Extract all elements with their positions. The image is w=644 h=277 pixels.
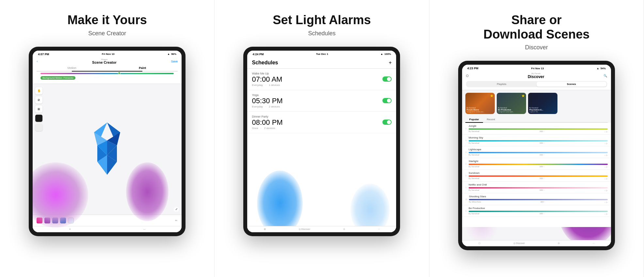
schedule-devices-1: 1 devices — [269, 84, 280, 87]
scene-row-shooting-stars: ♫ Shooting Stars By MilionNote 306 ↑ ↓ ▷ — [465, 195, 608, 203]
save-button[interactable]: Save — [171, 60, 178, 63]
scene-bar-shooting-stars — [469, 199, 608, 200]
schedule-repeat-3: Once — [252, 127, 258, 130]
expand-icon[interactable]: ⤢ — [174, 207, 179, 212]
scene-meta-starlight: By Nanoleaf 306 ↑ ↓ ▷ — [469, 166, 608, 168]
nav-settings-2[interactable]: ⊙ — [343, 228, 345, 231]
scene-data-netflix: Netflix and Chill By Nanoleaf 306 ↑ ↓ ▷ — [469, 183, 608, 191]
nav-grid-3[interactable]: ⬡ — [478, 242, 480, 245]
scale-tool[interactable]: ⊞ — [35, 106, 42, 113]
schedule-canvas — [247, 133, 396, 226]
toggle-3[interactable] — [382, 120, 392, 125]
battery-icon: 96% — [171, 53, 176, 56]
discover-screen: 4:23 PM Fri Nov 13 ▲ 54% ⬡ My Panels Dis… — [462, 65, 611, 246]
scene-list-item-sundown[interactable]: ○ Sundown By Nanoleaf 306 ↑ ↓ ▷ — [462, 170, 611, 182]
scene-actions-shooting-stars[interactable]: ↓ ▷ — [604, 201, 608, 203]
bookmark-badge-1 — [490, 94, 493, 97]
toggle-1[interactable] — [382, 76, 392, 82]
schedule-devices-2: 2 devices — [269, 105, 280, 108]
tab-popular[interactable]: Popular — [465, 117, 483, 123]
nav-grid-2[interactable]: ⊞ — [264, 228, 266, 231]
nav-sun[interactable]: ☀ — [69, 228, 71, 231]
edit-icon[interactable]: ✏ — [175, 219, 178, 222]
scene-row-starlight: ○ Starlight By Nanoleaf 306 ↑ ↓ ▷ — [465, 160, 608, 168]
scene-list-item-morning-sky[interactable]: ○ Morning Sky By Nanoleaf 306 ↑ ↓ ▷ — [462, 135, 611, 146]
playlist-card-1[interactable]: By Nanoleaf Purple Storm Designed to evo… — [465, 93, 495, 114]
tab-motion[interactable]: Motion — [37, 66, 107, 71]
panel1-subtitle: Scene Creator — [88, 30, 126, 37]
scene-name-starlight: Starlight — [469, 160, 608, 163]
nav-more-3[interactable]: ··· — [593, 242, 595, 245]
nav-discover-3[interactable]: ◎ Discover — [513, 242, 525, 245]
panel3-title: Share or Download Scenes — [483, 13, 589, 41]
device-screen-3: 4:23 PM Fri Nov 13 ▲ 54% ⬡ My Panels Dis… — [462, 65, 611, 246]
scene-icon-lightscape: ○ — [465, 151, 467, 153]
toggle-2[interactable] — [382, 98, 392, 103]
scene-list-item-shooting-stars[interactable]: ♫ Shooting Stars By MilionNote 306 ↑ ↓ ▷ — [462, 193, 611, 205]
scene-row-sundown: ○ Sundown By Nanoleaf 306 ↑ ↓ ▷ — [465, 171, 608, 180]
scene-list-item-jungle[interactable]: ○ Jungle By Nanoleaf 306 ↑ ↓ ▷ — [462, 123, 611, 135]
playlist-card-3[interactable]: By Nanoleaf Playstation E... Capture the… — [528, 93, 557, 114]
scene-list-item-netflix[interactable]: ○ Netflix and Chill By Nanoleaf 306 ↑ ↓ … — [462, 182, 611, 193]
scene-author-be-productive: By Nanoleaf — [469, 213, 479, 215]
hand-tool[interactable]: ✋ — [35, 87, 42, 94]
nav-more-2[interactable]: ··· — [378, 228, 380, 231]
blob-pink — [126, 162, 169, 221]
discover-title: Discover — [528, 74, 544, 79]
panels-icon[interactable]: ⬡ — [466, 74, 469, 77]
scene-row-netflix: ○ Netflix and Chill By Nanoleaf 306 ↑ ↓ … — [465, 183, 608, 191]
device-frame-2: 4:24 PM Tue Dec 1 ▲ 100% Schedules + — [243, 47, 400, 236]
tab-paint[interactable]: Paint — [107, 66, 178, 71]
search-icon[interactable]: 🔍 — [604, 74, 607, 77]
scene-row-morning-sky: ○ Morning Sky By Nanoleaf 306 ↑ ↓ ▷ — [465, 136, 608, 144]
battery-icon-3: 54% — [601, 67, 606, 70]
playlist-info-1: By Nanoleaf Purple Storm Designed to evo… — [467, 107, 485, 113]
scene-author-netflix: By Nanoleaf — [469, 189, 479, 191]
nav-discover-2[interactable]: ◎ Discover — [299, 228, 310, 231]
toggle-knob-3 — [387, 120, 391, 124]
gradient-bar — [40, 73, 174, 74]
scene-actions-jungle[interactable]: ↓ ▷ — [604, 130, 608, 133]
schedule-item-3[interactable]: Dinner Party 08:00 PM Once · 2 devices — [247, 112, 396, 133]
scene-actions-netflix[interactable]: ↓ ▷ — [604, 189, 608, 191]
tab-playlists[interactable]: Playlists — [467, 82, 537, 87]
tab-recent[interactable]: Recent — [483, 117, 499, 122]
scene-author-shooting-stars: By MilionNote — [469, 201, 481, 203]
nav-chevron[interactable]: — — [143, 228, 145, 231]
back-button[interactable]: ‹ — [37, 60, 38, 63]
scene-actions-lightscape[interactable]: ↓ ▷ — [604, 154, 608, 156]
scene-actions-sundown[interactable]: ↓ ▷ — [604, 177, 608, 180]
scene-row-lightscape: ○ Lightscape By Nanoleaf 306 ↑ ↓ ▷ — [465, 148, 608, 156]
gradient-handle[interactable] — [118, 72, 121, 74]
scene-name-shooting-stars: Shooting Stars — [469, 195, 608, 198]
scene-actions-starlight[interactable]: ↓ ▷ — [604, 166, 608, 168]
schedule-devices-3: 2 devices — [264, 127, 275, 130]
tab-scenes[interactable]: Scenes — [537, 82, 606, 87]
scene-list-item-be-productive[interactable]: ○ Be Productive By Nanoleaf 306 ↑ ↓ ▷ — [462, 205, 611, 217]
nav-settings-3[interactable]: ⊙ — [558, 242, 560, 245]
scene-list-item-lightscape[interactable]: ○ Lightscape By Nanoleaf 306 ↑ ↓ ▷ — [462, 146, 611, 158]
color-swatch-black[interactable] — [35, 115, 42, 122]
scene-actions-morning-sky[interactable]: ↓ ▷ — [604, 142, 608, 144]
schedule-name-3: Dinner Party — [252, 115, 282, 118]
scene-bar-lightscape — [469, 152, 608, 153]
playlist-card-2[interactable]: By Nanoleaf Be Productive Designed some … — [497, 93, 526, 114]
schedule-time-3: 08:00 PM — [252, 119, 282, 126]
blob-purple-3 — [559, 227, 611, 240]
popular-tabs: Popular Recent — [465, 117, 608, 123]
lasso-tool[interactable]: ⊘ — [35, 96, 42, 104]
scene-author-starlight: By Nanoleaf — [469, 166, 479, 168]
schedule-item-2[interactable]: Yoga 05:30 PM Everyday · 2 devices — [247, 90, 396, 112]
panel1-title: Make it Yours — [67, 13, 147, 27]
schedule-name-2: Yoga — [252, 93, 282, 97]
geo-shape-svg — [94, 122, 120, 175]
schedule-time-2: 05:30 PM — [252, 97, 282, 105]
wifi-icon: ▲ — [167, 53, 170, 56]
schedule-item-1[interactable]: Wake Me Up 07:00 AM Everyday · 1 devices — [247, 69, 396, 90]
status-date-3: Fri Nov 13 — [531, 67, 544, 70]
wifi-icon-2: ▲ — [380, 53, 383, 56]
add-schedule-button[interactable]: + — [389, 60, 392, 66]
color-swatch-white[interactable] — [35, 124, 42, 131]
scene-list-item-starlight[interactable]: ○ Starlight By Nanoleaf 306 ↑ ↓ ▷ — [462, 158, 611, 170]
scene-actions-be-productive[interactable]: ↓ ▷ — [604, 213, 608, 215]
